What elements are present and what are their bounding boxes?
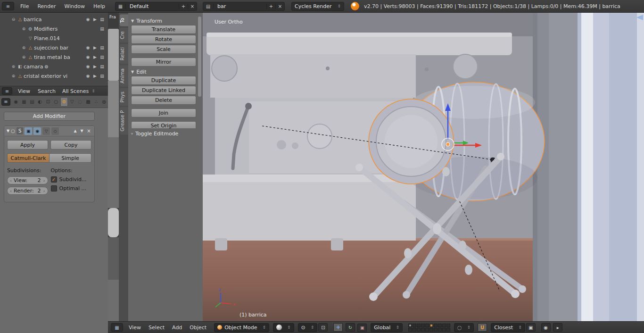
render-layers-tab[interactable]: ▦ <box>20 97 28 107</box>
expand-icon[interactable]: ⊕ <box>21 45 27 50</box>
transform-orientation-dropdown[interactable]: Global ⇕ <box>371 323 403 332</box>
layer-cell[interactable] <box>442 324 446 327</box>
visibility-eye-icon[interactable]: ◉ <box>85 17 91 22</box>
tab-tools[interactable]: To <box>120 15 128 26</box>
layer-cell[interactable] <box>429 328 433 332</box>
mode-dropdown[interactable]: Object Mode ⇕ <box>214 323 269 332</box>
menu-file[interactable]: File <box>16 3 33 9</box>
apply-button[interactable]: Apply <box>7 140 48 150</box>
layer-cell[interactable] <box>421 328 425 332</box>
world-tab[interactable]: ◐ <box>36 97 44 107</box>
menu-help[interactable]: Help <box>89 3 109 9</box>
tab-relations[interactable]: Relati <box>120 44 128 64</box>
layer-cell[interactable] <box>408 328 412 332</box>
layer-cell[interactable] <box>421 324 425 327</box>
delete-button[interactable]: Delete <box>131 96 196 105</box>
renderability-icon[interactable]: ▤ <box>99 45 105 50</box>
view-menu[interactable]: View <box>125 325 145 331</box>
copy-button[interactable]: Copy <box>50 140 91 150</box>
expand-icon[interactable]: ⊕ <box>10 74 17 78</box>
visibility-eye-icon[interactable]: ◉ <box>85 55 91 59</box>
mirror-button[interactable]: Mirror <box>131 58 196 67</box>
translate-button[interactable]: Translate <box>131 25 196 34</box>
tool-shelf-scrollbar[interactable] <box>198 17 201 97</box>
layer-cell[interactable] <box>446 324 450 327</box>
modifiers-tab[interactable]: ⚙ <box>60 97 68 107</box>
visibility-eye-icon[interactable]: ◉ <box>85 64 91 69</box>
renderability-icon[interactable]: ▤ <box>99 74 105 78</box>
outliner-search-menu[interactable]: Search <box>34 88 59 94</box>
menu-render[interactable]: Render <box>33 3 60 9</box>
join-button[interactable]: Join <box>131 108 196 117</box>
viewport-shading-dropdown[interactable]: ⇕ <box>273 323 294 332</box>
scene-name[interactable]: bar <box>214 3 266 9</box>
render-subdivisions-field[interactable]: ‹ Render: 2 › <box>7 187 48 195</box>
decrement-icon[interactable]: ‹ <box>9 189 13 193</box>
renderability-icon[interactable]: ▤ <box>99 17 105 22</box>
add-scene-button[interactable]: + <box>266 4 275 9</box>
selectability-cursor-icon[interactable]: ▶ <box>92 45 98 50</box>
layer-cell[interactable] <box>413 324 416 327</box>
outliner-row-camara[interactable]: ⊕ ◧ camara ◍ ◉ ▶ ▤ <box>0 62 108 71</box>
transform-panel-header[interactable]: ▼ Transform <box>131 17 196 25</box>
add-modifier-dropdown[interactable]: Add Modifier <box>4 112 95 121</box>
particles-tab[interactable]: ∴ <box>92 97 100 107</box>
screen-layout-name[interactable]: Default <box>126 3 179 9</box>
snap-target-button[interactable]: ▣ <box>526 323 536 332</box>
layer-cell[interactable] <box>446 328 450 332</box>
layer-cell[interactable] <box>442 328 446 332</box>
modifier-name-field[interactable]: S <box>17 127 23 134</box>
delete-modifier-icon[interactable]: × <box>86 128 92 133</box>
scene-icon[interactable]: ▤ <box>203 4 214 9</box>
simple-toggle[interactable]: Simple <box>50 153 91 163</box>
layer-cell-active[interactable] <box>429 324 433 327</box>
layer-cell[interactable] <box>438 324 442 327</box>
scene-tab[interactable]: ▤ <box>28 97 36 107</box>
modifier-render-icon[interactable]: ▤ <box>99 26 105 31</box>
object-data-tab[interactable]: ▽ <box>68 97 76 107</box>
layers-widget[interactable] <box>408 324 450 332</box>
layer-cell[interactable] <box>425 328 429 332</box>
add-layout-button[interactable]: + <box>179 4 188 9</box>
select-menu[interactable]: Select <box>145 325 168 331</box>
edit-panel-header[interactable]: ▼ Edit <box>131 67 196 76</box>
opengl-render-still-button[interactable]: ◉ <box>541 323 551 332</box>
modifier-render-toggle[interactable]: ▣ <box>25 127 32 135</box>
layer-cell[interactable] <box>434 324 438 327</box>
object-tab[interactable]: ⊡ <box>44 97 52 107</box>
tab-create[interactable]: Cre <box>120 28 128 42</box>
delete-scene-button[interactable]: × <box>275 4 284 9</box>
render-engine-dropdown[interactable]: Cycles Render ⇕ <box>291 2 344 11</box>
renderability-icon[interactable]: ▤ <box>99 55 105 59</box>
viewport-3d[interactable]: x z User Ortho (1) barrica <box>203 13 644 321</box>
expand-icon[interactable]: ⊕ <box>21 55 27 59</box>
translate-manipulator-button[interactable]: + <box>333 323 343 332</box>
optimal-display-checkbox[interactable]: Optimal ... <box>51 185 92 191</box>
catmull-clark-toggle[interactable]: Catmull-Clark <box>7 153 50 163</box>
render-tab[interactable]: ◉ <box>12 97 20 107</box>
selectability-cursor-icon[interactable]: ▶ <box>92 17 98 22</box>
tab-animation[interactable]: Anima <box>120 65 128 87</box>
layer-cell[interactable] <box>417 328 421 332</box>
image-editor-strip[interactable]: Fra <box>108 13 119 321</box>
physics-tab[interactable]: ◍ <box>100 97 108 107</box>
move-modifier-up-icon[interactable]: ▲ <box>73 129 78 133</box>
increment-icon[interactable]: › <box>42 178 46 183</box>
modifier-viewport-toggle[interactable]: ◉ <box>33 127 41 135</box>
snap-element-dropdown[interactable]: Closest ⇕ <box>491 323 525 332</box>
modifier-editmode-toggle[interactable]: ▽ <box>42 127 50 135</box>
pivot-align-button[interactable]: ⊡ <box>318 323 328 332</box>
texture-tab[interactable]: ▩ <box>84 97 92 107</box>
outliner-row-barrica[interactable]: ⊖ △ barrica ◉ ▶ ▤ <box>0 15 108 24</box>
outliner-row-cristal[interactable]: ⊕ △ cristal exterior vi ◉ ▶ ▤ <box>0 71 108 81</box>
outliner-row-modifiers[interactable]: ⊕ ⚙ Modifiers ▤ <box>0 24 108 33</box>
proportional-editing-dropdown[interactable]: ◌ ⇕ <box>454 323 474 332</box>
tab-physics[interactable]: Phys <box>120 88 128 106</box>
editor-type-button-outliner[interactable]: ≡ <box>2 87 12 95</box>
duplicate-button[interactable]: Duplicate <box>131 76 196 85</box>
screen-layout-icon[interactable]: ▦ <box>116 4 126 9</box>
outliner-row-sujeccion[interactable]: ⊕ △ sujeccion bar ◉ ▶ ▤ <box>0 43 108 52</box>
layer-cell[interactable] <box>438 328 442 332</box>
add-menu[interactable]: Add <box>168 325 186 331</box>
visibility-eye-icon[interactable]: ◉ <box>85 45 91 50</box>
